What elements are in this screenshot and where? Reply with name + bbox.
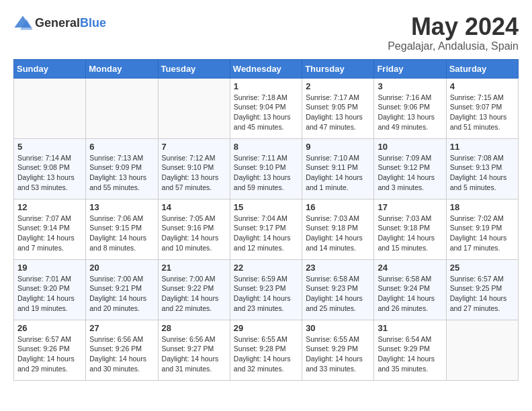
calendar-table: Sunday Monday Tuesday Wednesday Thursday… xyxy=(13,59,519,381)
calendar-cell: 6 Sunrise: 7:13 AMSunset: 9:09 PMDayligh… xyxy=(86,138,158,199)
calendar-cell: 15 Sunrise: 7:04 AMSunset: 9:17 PMDaylig… xyxy=(230,199,302,259)
calendar-cell: 20 Sunrise: 7:00 AMSunset: 9:21 PMDaylig… xyxy=(86,259,158,320)
calendar-cell: 27 Sunrise: 6:56 AMSunset: 9:26 PMDaylig… xyxy=(86,320,158,380)
cell-info: Sunrise: 6:59 AMSunset: 9:23 PMDaylight:… xyxy=(234,275,291,312)
header-sunday: Sunday xyxy=(14,59,86,78)
cell-info: Sunrise: 7:04 AMSunset: 9:17 PMDaylight:… xyxy=(234,214,291,252)
cell-date: 27 xyxy=(89,323,154,333)
calendar-cell: 9 Sunrise: 7:10 AMSunset: 9:11 PMDayligh… xyxy=(302,138,374,199)
cell-info: Sunrise: 6:54 AMSunset: 9:29 PMDaylight:… xyxy=(378,335,435,373)
cell-date: 14 xyxy=(162,202,226,212)
header-monday: Monday xyxy=(86,59,158,78)
cell-date: 15 xyxy=(234,202,298,212)
calendar-cell: 18 Sunrise: 7:02 AMSunset: 9:19 PMDaylig… xyxy=(446,199,518,259)
calendar-cell xyxy=(86,78,158,138)
cell-date: 3 xyxy=(378,81,442,91)
cell-date: 20 xyxy=(89,263,154,273)
cell-info: Sunrise: 7:01 AMSunset: 9:20 PMDaylight:… xyxy=(17,275,75,312)
cell-date: 9 xyxy=(306,142,370,152)
cell-info: Sunrise: 7:07 AMSunset: 9:14 PMDaylight:… xyxy=(17,214,75,252)
calendar-cell: 30 Sunrise: 6:55 AMSunset: 9:29 PMDaylig… xyxy=(302,320,374,380)
calendar-week-row: 1 Sunrise: 7:18 AMSunset: 9:04 PMDayligh… xyxy=(14,78,519,138)
cell-info: Sunrise: 7:11 AMSunset: 9:10 PMDaylight:… xyxy=(234,154,291,191)
cell-info: Sunrise: 6:57 AMSunset: 9:25 PMDaylight:… xyxy=(450,275,507,312)
calendar-cell: 16 Sunrise: 7:03 AMSunset: 9:18 PMDaylig… xyxy=(302,199,374,259)
calendar-cell: 31 Sunrise: 6:54 AMSunset: 9:29 PMDaylig… xyxy=(374,320,446,380)
cell-info: Sunrise: 6:58 AMSunset: 9:23 PMDaylight:… xyxy=(306,275,363,312)
cell-date: 31 xyxy=(378,323,442,333)
calendar-header: Sunday Monday Tuesday Wednesday Thursday… xyxy=(14,59,519,78)
calendar-cell: 26 Sunrise: 6:57 AMSunset: 9:26 PMDaylig… xyxy=(14,320,86,380)
cell-date: 21 xyxy=(162,263,226,273)
cell-info: Sunrise: 6:56 AMSunset: 9:27 PMDaylight:… xyxy=(162,335,219,373)
cell-date: 1 xyxy=(234,81,298,91)
calendar-cell: 22 Sunrise: 6:59 AMSunset: 9:23 PMDaylig… xyxy=(230,259,302,320)
calendar-subtitle: Pegalajar, Andalusia, Spain xyxy=(388,40,519,52)
calendar-cell: 8 Sunrise: 7:11 AMSunset: 9:10 PMDayligh… xyxy=(230,138,302,199)
cell-info: Sunrise: 7:17 AMSunset: 9:05 PMDaylight:… xyxy=(306,93,363,131)
cell-info: Sunrise: 7:00 AMSunset: 9:21 PMDaylight:… xyxy=(89,275,146,312)
calendar-cell: 7 Sunrise: 7:12 AMSunset: 9:10 PMDayligh… xyxy=(158,138,230,199)
logo-general-text: General xyxy=(35,16,80,30)
calendar-cell: 25 Sunrise: 6:57 AMSunset: 9:25 PMDaylig… xyxy=(446,259,518,320)
header-saturday: Saturday xyxy=(446,59,518,78)
header-friday: Friday xyxy=(374,59,446,78)
header-wednesday: Wednesday xyxy=(230,59,302,78)
cell-info: Sunrise: 7:03 AMSunset: 9:18 PMDaylight:… xyxy=(378,214,435,252)
cell-date: 17 xyxy=(378,202,442,212)
calendar-cell: 13 Sunrise: 7:06 AMSunset: 9:15 PMDaylig… xyxy=(86,199,158,259)
cell-info: Sunrise: 6:55 AMSunset: 9:29 PMDaylight:… xyxy=(306,335,363,373)
calendar-cell: 12 Sunrise: 7:07 AMSunset: 9:14 PMDaylig… xyxy=(14,199,86,259)
cell-info: Sunrise: 7:02 AMSunset: 9:19 PMDaylight:… xyxy=(450,214,507,252)
calendar-cell xyxy=(14,78,86,138)
logo-blue-text: Blue xyxy=(80,16,106,30)
calendar-body: 1 Sunrise: 7:18 AMSunset: 9:04 PMDayligh… xyxy=(14,78,519,380)
calendar-cell xyxy=(446,320,518,380)
cell-info: Sunrise: 7:12 AMSunset: 9:10 PMDaylight:… xyxy=(162,154,219,191)
calendar-cell: 3 Sunrise: 7:16 AMSunset: 9:06 PMDayligh… xyxy=(374,78,446,138)
logo-icon xyxy=(13,13,32,32)
cell-info: Sunrise: 7:16 AMSunset: 9:06 PMDaylight:… xyxy=(378,93,435,131)
cell-date: 5 xyxy=(17,142,82,152)
calendar-cell: 10 Sunrise: 7:09 AMSunset: 9:12 PMDaylig… xyxy=(374,138,446,199)
calendar-cell: 23 Sunrise: 6:58 AMSunset: 9:23 PMDaylig… xyxy=(302,259,374,320)
calendar-week-row: 19 Sunrise: 7:01 AMSunset: 9:20 PMDaylig… xyxy=(14,259,519,320)
calendar-cell: 28 Sunrise: 6:56 AMSunset: 9:27 PMDaylig… xyxy=(158,320,230,380)
cell-info: Sunrise: 6:56 AMSunset: 9:26 PMDaylight:… xyxy=(89,335,146,373)
cell-info: Sunrise: 6:57 AMSunset: 9:26 PMDaylight:… xyxy=(17,335,75,373)
day-header-row: Sunday Monday Tuesday Wednesday Thursday… xyxy=(14,59,519,78)
calendar-cell: 1 Sunrise: 7:18 AMSunset: 9:04 PMDayligh… xyxy=(230,78,302,138)
cell-info: Sunrise: 7:10 AMSunset: 9:11 PMDaylight:… xyxy=(306,154,363,191)
title-block: May 2024 Pegalajar, Andalusia, Spain xyxy=(388,13,519,52)
cell-date: 6 xyxy=(89,142,154,152)
cell-date: 19 xyxy=(17,263,82,273)
cell-info: Sunrise: 6:58 AMSunset: 9:24 PMDaylight:… xyxy=(378,275,435,312)
cell-date: 25 xyxy=(450,263,515,273)
calendar-cell: 24 Sunrise: 6:58 AMSunset: 9:24 PMDaylig… xyxy=(374,259,446,320)
calendar-cell: 11 Sunrise: 7:08 AMSunset: 9:13 PMDaylig… xyxy=(446,138,518,199)
page-header: GeneralBlue May 2024 Pegalajar, Andalusi… xyxy=(13,13,519,52)
cell-date: 13 xyxy=(89,202,154,212)
calendar-cell: 2 Sunrise: 7:17 AMSunset: 9:05 PMDayligh… xyxy=(302,78,374,138)
cell-date: 24 xyxy=(378,263,442,273)
cell-info: Sunrise: 7:13 AMSunset: 9:09 PMDaylight:… xyxy=(89,154,146,191)
cell-date: 7 xyxy=(162,142,226,152)
cell-date: 4 xyxy=(450,81,515,91)
cell-info: Sunrise: 6:55 AMSunset: 9:28 PMDaylight:… xyxy=(234,335,291,373)
calendar-cell: 29 Sunrise: 6:55 AMSunset: 9:28 PMDaylig… xyxy=(230,320,302,380)
cell-info: Sunrise: 7:05 AMSunset: 9:16 PMDaylight:… xyxy=(162,214,219,252)
cell-date: 22 xyxy=(234,263,298,273)
calendar-cell: 4 Sunrise: 7:15 AMSunset: 9:07 PMDayligh… xyxy=(446,78,518,138)
calendar-title: May 2024 xyxy=(388,13,519,40)
cell-info: Sunrise: 7:00 AMSunset: 9:22 PMDaylight:… xyxy=(162,275,219,312)
cell-info: Sunrise: 7:03 AMSunset: 9:18 PMDaylight:… xyxy=(306,214,363,252)
logo: GeneralBlue xyxy=(13,13,106,32)
cell-info: Sunrise: 7:18 AMSunset: 9:04 PMDaylight:… xyxy=(234,93,291,131)
calendar-cell: 21 Sunrise: 7:00 AMSunset: 9:22 PMDaylig… xyxy=(158,259,230,320)
cell-date: 29 xyxy=(234,323,298,333)
cell-date: 11 xyxy=(450,142,515,152)
cell-info: Sunrise: 7:14 AMSunset: 9:08 PMDaylight:… xyxy=(17,154,75,191)
cell-info: Sunrise: 7:06 AMSunset: 9:15 PMDaylight:… xyxy=(89,214,146,252)
cell-date: 23 xyxy=(306,263,370,273)
cell-date: 8 xyxy=(234,142,298,152)
